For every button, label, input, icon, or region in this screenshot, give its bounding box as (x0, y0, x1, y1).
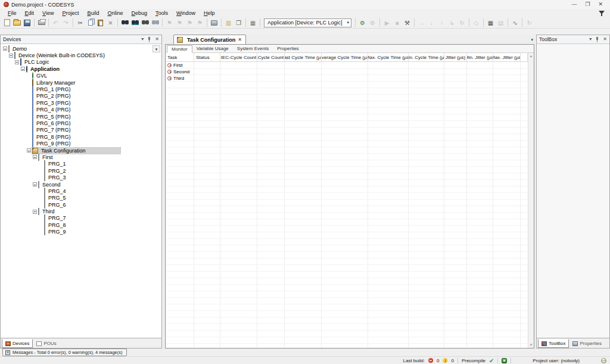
tab-pous[interactable]: POUs (33, 339, 59, 348)
tree-item-demo[interactable]: Demo (1, 45, 161, 52)
step-into-button[interactable]: ↓ (427, 18, 437, 27)
menu-help[interactable]: Help (200, 10, 219, 17)
delete-button[interactable]: ✕ (105, 18, 116, 27)
panel-menu-icon[interactable]: ▾ (589, 36, 592, 42)
tab-devices[interactable]: Devices (2, 339, 33, 348)
messages-tab[interactable]: Messages - Total 0 error(s), 0 warning(s… (2, 349, 127, 356)
refresh-button[interactable]: ↻ (524, 18, 534, 27)
single-cycle-button[interactable]: ↻ (457, 18, 467, 27)
step-out-button[interactable]: ↑ (437, 18, 447, 27)
tree-item-prg-6[interactable]: PRG_6 (1, 201, 161, 208)
cut-button[interactable]: ✂ (75, 18, 85, 27)
save-project-button[interactable] (22, 18, 32, 27)
collapse-icon[interactable] (21, 67, 25, 71)
panel-menu-icon[interactable]: ▾ (141, 36, 144, 42)
tree-item-library-manager[interactable]: Library Manager (1, 79, 161, 86)
tab-close-icon[interactable]: ✕ (238, 37, 242, 42)
replace-in-project-button[interactable] (150, 18, 160, 27)
tree-item-prg-2[interactable]: PRG_2 (1, 167, 161, 174)
tree-item-prg-4[interactable]: PRG_4 (1, 188, 161, 194)
collapse-icon[interactable] (27, 148, 31, 153)
tree-item-prg-7-prg[interactable]: PRG_7 (PRG) (1, 127, 161, 133)
column-header-min-jitter-s[interactable]: Min. Jitter (µs) (467, 53, 493, 61)
tree-item-prg-8[interactable]: PRG_8 (1, 222, 161, 228)
column-header-last-cycle-time-s[interactable]: Last Cycle Time (µs) (285, 53, 322, 61)
device-communication-button[interactable] (209, 18, 219, 27)
close-button[interactable]: ✕ (598, 1, 603, 8)
tree-item-plc-logic[interactable]: PLC Logic (1, 59, 161, 66)
run-to-cursor-button[interactable]: ↳ (447, 18, 457, 27)
column-header-status[interactable]: Status (194, 53, 220, 61)
breakpoints-window-button[interactable]: ▦ (485, 18, 496, 27)
subtab-properties[interactable]: Properties (273, 45, 303, 52)
tree-item-third[interactable]: Third (1, 208, 161, 214)
tree-item-application[interactable]: Application (1, 66, 161, 72)
find-button[interactable] (120, 18, 130, 27)
tree-item-task-configuration[interactable]: Task Configuration (1, 147, 161, 154)
tree-item-prg-1-prg[interactable]: PRG_1 (PRG) (1, 86, 161, 92)
collapse-icon[interactable] (33, 182, 37, 186)
tree-item-prg-2-prg[interactable]: PRG_2 (PRG) (1, 93, 161, 99)
subtab-monitor[interactable]: Monitor (167, 45, 192, 53)
devices-panel-header[interactable]: Devices ▾ ✕ (1, 35, 161, 44)
vertical-scrollbar[interactable]: ▲ ▼ (528, 53, 534, 348)
column-header-iec-cycle-count[interactable]: IEC-Cycle Count (220, 53, 257, 61)
redo-button[interactable]: ↷ (61, 18, 71, 27)
tree-item-prg-4-prg[interactable]: PRG_4 (PRG) (1, 107, 161, 113)
tree-item-prg-9[interactable]: PRG_9 (1, 229, 161, 235)
add-object-button[interactable]: ▥ (223, 18, 234, 27)
scroll-up-icon[interactable]: ▲ (530, 53, 533, 59)
tree-item-prg-9-prg[interactable]: PRG_9 (PRG) (1, 140, 161, 147)
toolbox-panel-header[interactable]: ToolBox ▾ ✕ (537, 35, 609, 44)
tree-item-device-weintek-built-in-codesys[interactable]: Device (Weintek Built-in CODESYS) (1, 52, 161, 58)
funnel-icon[interactable] (598, 10, 605, 17)
find-in-project-button[interactable] (140, 18, 150, 27)
collapse-icon[interactable] (33, 210, 37, 214)
collapse-icon[interactable] (33, 155, 37, 159)
new-project-button[interactable] (2, 18, 12, 27)
stop-button[interactable]: ■ (392, 18, 402, 27)
panel-close-icon[interactable]: ✕ (155, 36, 159, 42)
tree-item-prg-6-prg[interactable]: PRG_6 (PRG) (1, 120, 161, 126)
tab-properties[interactable]: Properties (569, 339, 604, 348)
tree-item-prg-5-prg[interactable]: PRG_5 (PRG) (1, 113, 161, 120)
flow-control-button[interactable]: ∿ (510, 18, 520, 27)
print-button[interactable] (36, 18, 46, 27)
column-header-average-cycle-time-s[interactable]: Average Cycle Time (µs) (322, 53, 368, 61)
menu-view[interactable]: View (38, 10, 58, 17)
menu-online[interactable]: Online (103, 10, 127, 17)
start-button[interactable]: ▶ (382, 18, 392, 27)
table-row-third[interactable]: Third (166, 75, 528, 82)
paste-button[interactable] (95, 18, 105, 27)
tab-task-configuration[interactable]: Task Configuration ✕ (173, 35, 246, 44)
clear-bookmarks-button[interactable]: ⚑ (195, 18, 205, 27)
watch-window-button[interactable]: ▤ (496, 18, 506, 27)
tab-list-dropdown-icon[interactable]: ▾ (531, 38, 533, 42)
copy-button[interactable] (85, 18, 95, 27)
tree-item-prg-7[interactable]: PRG_7 (1, 215, 161, 222)
subtab-variable-usage[interactable]: Variable Usage (192, 45, 233, 52)
rebuild-button[interactable]: ⚙ (368, 18, 378, 27)
menu-window[interactable]: Window (172, 10, 200, 17)
tree-item-gvl[interactable]: GVL (1, 73, 161, 79)
online-config-button[interactable]: ⚒ (402, 18, 412, 27)
next-bookmark-button[interactable]: ⚑ (175, 18, 185, 27)
menu-tools[interactable]: Tools (151, 10, 172, 17)
toggle-bookmark-button[interactable]: ⚑ (164, 18, 175, 27)
column-header-min-cycle-time-s[interactable]: Min. Cycle Time (µs) (409, 53, 444, 61)
active-application-combo[interactable]: Application [Device: PLC Logic]▾ (264, 18, 351, 27)
panel-close-icon[interactable]: ✕ (603, 36, 607, 42)
previous-bookmark-button[interactable]: ⚑ (185, 18, 195, 27)
pin-icon[interactable] (596, 37, 599, 42)
tree-item-prg-1[interactable]: PRG_1 (1, 161, 161, 167)
column-header-max-cycle-time-s[interactable]: Max. Cycle Time (µs) (368, 53, 409, 61)
collapse-icon[interactable] (9, 54, 13, 58)
tree-dropdown-icon[interactable]: ▾ (152, 45, 160, 52)
toggle-breakpoint-button[interactable]: ◇ (471, 18, 481, 27)
menu-project[interactable]: Project (58, 10, 83, 17)
tree-item-prg-3[interactable]: PRG_3 (1, 174, 161, 181)
replace-button[interactable] (130, 18, 140, 27)
visualization-button[interactable]: ▦ (248, 18, 258, 27)
column-header-max-jitter-s[interactable]: Max. Jitter (µs) (493, 53, 521, 61)
menu-edit[interactable]: Edit (21, 10, 39, 17)
